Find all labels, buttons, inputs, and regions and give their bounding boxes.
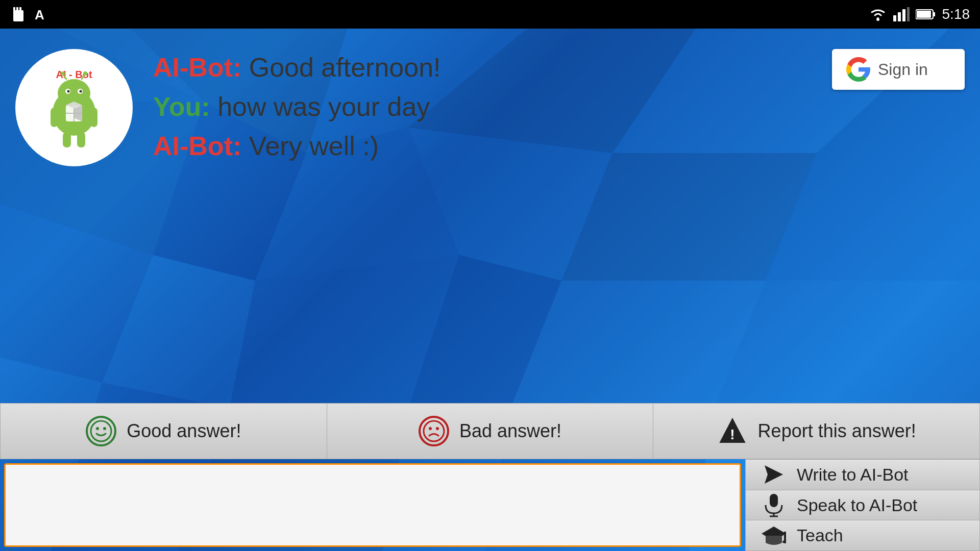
you-label-1: You: (153, 92, 210, 121)
status-time: 5:18 (942, 6, 970, 22)
svg-point-62 (424, 421, 444, 441)
warning-icon: ! (717, 416, 748, 446)
battery-icon (916, 8, 936, 20)
svg-point-60 (96, 427, 99, 430)
svg-rect-37 (917, 11, 931, 18)
svg-point-64 (436, 427, 439, 430)
signal-icon (893, 7, 910, 21)
chat-text-3: Very well :) (249, 131, 379, 161)
signin-container: Sign in (832, 44, 965, 398)
svg-point-59 (91, 421, 111, 441)
svg-rect-27 (16, 7, 18, 12)
write-to-bot-label: Write to AI-Bot (797, 465, 909, 485)
graduation-cap-icon (761, 524, 787, 547)
top-section: AI - Bot (0, 29, 980, 403)
svg-point-44 (67, 90, 70, 93)
svg-rect-51 (90, 108, 97, 127)
svg-point-49 (83, 71, 87, 76)
report-answer-button[interactable]: ! Report this answer! (653, 403, 980, 459)
svg-rect-68 (770, 494, 778, 507)
bad-answer-label: Bad answer! (459, 420, 561, 442)
chat-text-1: Good afternoon! (249, 53, 441, 82)
svg-rect-53 (77, 132, 85, 147)
send-icon (761, 463, 787, 486)
google-g-icon (846, 57, 871, 82)
good-answer-label: Good answer! (127, 420, 241, 442)
write-to-bot-button[interactable]: Write to AI-Bot (745, 459, 980, 490)
message-input[interactable] (4, 463, 741, 547)
chat-area: AI-Bot: Good afternoon! You: how was you… (153, 44, 822, 398)
microphone-icon (761, 493, 787, 517)
svg-rect-31 (893, 15, 896, 21)
svg-rect-50 (51, 108, 58, 127)
svg-text:A: A (35, 7, 44, 22)
svg-rect-34 (907, 7, 910, 21)
input-action-row: Write to AI-Bot Speak to AI-Bot (0, 459, 980, 551)
sad-smiley-icon (419, 416, 449, 446)
speak-to-bot-button[interactable]: Speak to AI-Bot (745, 490, 980, 520)
happy-smiley-icon (86, 416, 116, 446)
chat-line-3: AI-Bot: Very well :) (153, 128, 822, 165)
signin-button[interactable]: Sign in (832, 49, 965, 90)
chat-line-2: You: how was your day (153, 88, 822, 126)
report-answer-label: Report this answer! (758, 420, 916, 442)
svg-point-73 (782, 540, 786, 543)
aibot-label-1: AI-Bot: (153, 53, 241, 82)
main-content: AI - Bot (0, 29, 980, 551)
aibot-label-2: AI-Bot: (153, 131, 241, 161)
speak-to-bot-label: Speak to AI-Bot (797, 495, 917, 515)
svg-rect-52 (63, 132, 71, 147)
svg-point-63 (429, 427, 432, 430)
svg-marker-67 (765, 465, 783, 484)
svg-rect-32 (898, 12, 901, 21)
status-icons-right: 5:18 (869, 6, 970, 22)
svg-rect-26 (13, 7, 15, 12)
status-icons-left: A (10, 6, 50, 22)
chat-line-1: AI-Bot: Good afternoon! (153, 49, 822, 86)
avatar-container: AI - Bot (15, 44, 143, 398)
teach-button[interactable]: Teach (745, 520, 980, 551)
svg-point-48 (61, 71, 65, 76)
bad-answer-button[interactable]: Bad answer! (327, 403, 653, 459)
svg-rect-33 (902, 9, 905, 21)
bottom-section: Good answer! Bad answer! (0, 403, 980, 551)
signin-text: Sign in (878, 60, 928, 79)
text-input-container (0, 459, 745, 551)
font-icon: A (34, 6, 50, 22)
status-bar: A 5:18 (0, 0, 980, 29)
teach-label: Teach (797, 525, 843, 545)
svg-point-45 (80, 90, 82, 93)
avatar-image: AI - Bot (23, 57, 125, 159)
wifi-icon (869, 7, 887, 21)
sd-card-icon (10, 6, 27, 22)
svg-text:!: ! (730, 427, 734, 442)
svg-rect-36 (933, 12, 935, 16)
answer-row: Good answer! Bad answer! (0, 403, 980, 459)
chat-text-2: how was your day (217, 92, 430, 121)
avatar: AI - Bot (15, 49, 133, 166)
svg-rect-28 (19, 7, 21, 12)
action-buttons: Write to AI-Bot Speak to AI-Bot (745, 459, 980, 551)
svg-point-30 (876, 18, 879, 21)
good-answer-button[interactable]: Good answer! (0, 403, 327, 459)
svg-point-61 (103, 427, 106, 430)
